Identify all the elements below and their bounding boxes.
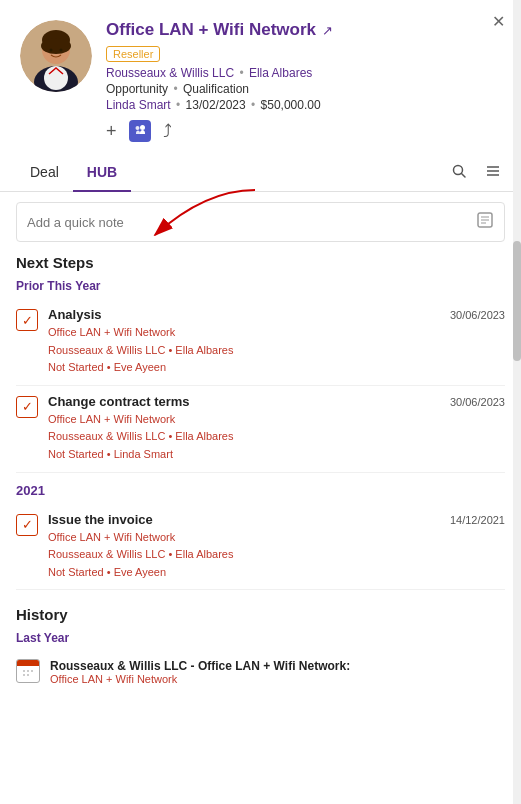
- task-item: Issue the invoice Office LAN + Wifi Netw…: [16, 504, 505, 591]
- svg-point-5: [41, 38, 71, 54]
- header-info: Office LAN + Wifi Network ↗ Reseller Rou…: [106, 20, 501, 142]
- svg-rect-23: [31, 670, 33, 672]
- person-link-1[interactable]: Ella Albares: [249, 66, 312, 80]
- task-name-1[interactable]: Analysis: [48, 307, 440, 322]
- share-button[interactable]: ⤴: [163, 121, 172, 142]
- actions-row: + ⤴: [106, 120, 501, 142]
- date-label: 13/02/2023: [186, 98, 246, 112]
- tabs-left: Deal HUB: [16, 154, 131, 191]
- task-date-2: 30/06/2023: [450, 394, 505, 408]
- svg-rect-8: [129, 120, 151, 142]
- tab-deal[interactable]: Deal: [16, 154, 73, 192]
- scrollbar[interactable]: [513, 0, 521, 804]
- task-item: Analysis Office LAN + Wifi Network Rouss…: [16, 299, 505, 386]
- teams-icon[interactable]: [129, 120, 151, 142]
- avatar: [20, 20, 92, 92]
- panel: ✕: [0, 0, 521, 804]
- task-checkbox-3[interactable]: [16, 514, 38, 536]
- calendar-icon: [16, 659, 40, 683]
- group-label-0: Prior This Year: [16, 279, 505, 293]
- task-details-3: Issue the invoice Office LAN + Wifi Netw…: [48, 512, 440, 582]
- scrollbar-thumb[interactable]: [513, 241, 521, 361]
- content-section: Next Steps Prior This Year Analysis Offi…: [0, 254, 521, 693]
- badge-container: Reseller: [106, 44, 501, 66]
- svg-line-12: [462, 173, 466, 177]
- svg-rect-25: [27, 674, 29, 676]
- svg-rect-24: [23, 674, 25, 676]
- task-meta-2: Office LAN + Wifi Network Rousseaux & Wi…: [48, 411, 440, 464]
- tabs-right: [447, 159, 505, 187]
- task-meta-3: Office LAN + Wifi Network Rousseaux & Wi…: [48, 529, 440, 582]
- company-link[interactable]: Rousseaux & Willis LLC: [106, 66, 234, 80]
- svg-rect-21: [23, 670, 25, 672]
- svg-point-7: [60, 49, 63, 52]
- reseller-badge: Reseller: [106, 46, 160, 62]
- task-details-2: Change contract terms Office LAN + Wifi …: [48, 394, 440, 464]
- history-title: History: [16, 606, 505, 623]
- deal-title: Office LAN + Wifi Network: [106, 20, 316, 40]
- svg-point-2: [44, 66, 68, 90]
- task-item: Change contract terms Office LAN + Wifi …: [16, 386, 505, 473]
- next-steps-title: Next Steps: [16, 254, 505, 271]
- task-details-1: Analysis Office LAN + Wifi Network Rouss…: [48, 307, 440, 377]
- search-icon[interactable]: [447, 159, 471, 187]
- meta-line-2: Opportunity • Qualification: [106, 82, 501, 96]
- tab-hub[interactable]: HUB: [73, 154, 131, 192]
- task-meta-1: Office LAN + Wifi Network Rousseaux & Wi…: [48, 324, 440, 377]
- external-link-icon[interactable]: ↗: [322, 23, 333, 38]
- meta-line-3: Linda Smart • 13/02/2023 • $50,000.00: [106, 98, 501, 112]
- task-checkbox-2[interactable]: [16, 396, 38, 418]
- stage-label: Qualification: [183, 82, 249, 96]
- note-icon: [476, 211, 494, 233]
- history-text[interactable]: Rousseaux & Willis LLC - Office LAN + Wi…: [50, 659, 505, 673]
- meta-line-1: Rousseaux & Willis LLC • Ella Albares: [106, 66, 501, 80]
- header-section: Office LAN + Wifi Network ↗ Reseller Rou…: [0, 0, 521, 154]
- svg-point-10: [135, 126, 139, 130]
- task-date-3: 14/12/2021: [450, 512, 505, 526]
- task-name-2[interactable]: Change contract terms: [48, 394, 440, 409]
- history-item: Rousseaux & Willis LLC - Office LAN + Wi…: [16, 651, 505, 693]
- tab-bar: Deal HUB: [0, 154, 521, 192]
- add-button[interactable]: +: [106, 121, 117, 142]
- group-label-1: 2021: [16, 483, 505, 498]
- amount-label: $50,000.00: [261, 98, 321, 112]
- svg-point-9: [140, 125, 145, 130]
- opportunity-label: Opportunity: [106, 82, 168, 96]
- close-button[interactable]: ✕: [488, 8, 509, 35]
- task-name-3[interactable]: Issue the invoice: [48, 512, 440, 527]
- history-details: Rousseaux & Willis LLC - Office LAN + Wi…: [50, 659, 505, 685]
- task-date-1: 30/06/2023: [450, 307, 505, 321]
- person-link-2[interactable]: Linda Smart: [106, 98, 171, 112]
- task-checkbox-1[interactable]: [16, 309, 38, 331]
- quick-note-container: [16, 202, 505, 242]
- svg-point-6: [50, 49, 53, 52]
- history-sub: Office LAN + Wifi Network: [50, 673, 505, 685]
- history-group-label: Last Year: [16, 631, 505, 645]
- title-row: Office LAN + Wifi Network ↗: [106, 20, 501, 40]
- quick-note-input[interactable]: [27, 215, 468, 230]
- menu-icon[interactable]: [481, 159, 505, 187]
- svg-rect-22: [27, 670, 29, 672]
